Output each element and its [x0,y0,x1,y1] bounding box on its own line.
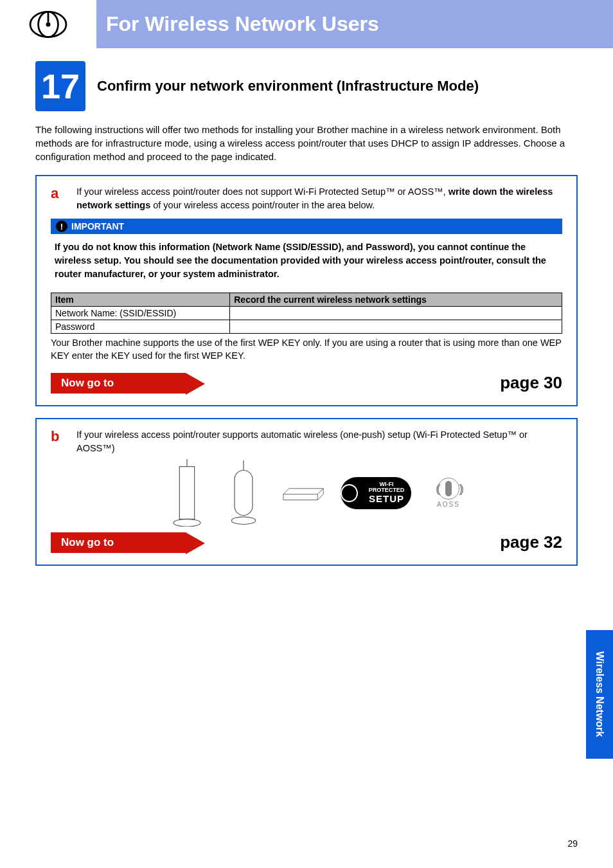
header-banner: For Wireless Network Users [0,0,613,48]
aoss-icon [438,478,459,500]
wps-badge: WI-FI PROTECTEDSETUP [341,477,411,509]
goto-row-a: Now go to page 30 [51,373,562,393]
method-a-letter: a [51,185,76,212]
method-a-box: a If your wireless access point/router d… [35,175,578,406]
intro-text: The following instructions will offer tw… [35,123,578,163]
step-number-badge: 17 [35,61,85,111]
wep-note: Your Brother machine supports the use of… [51,336,562,363]
th-record: Record the current wireless network sett… [230,293,562,307]
svg-point-9 [231,517,255,525]
row-password-label: Password [51,320,230,334]
side-tab-label: Wireless Network [594,651,605,737]
wps-bottom: SETUP [362,494,411,505]
method-a-text: If your wireless access point/router doe… [76,185,562,212]
goto-row-b: Now go to page 32 [51,532,562,553]
th-item: Item [51,293,230,307]
method-a-pre: If your wireless access point/router doe… [76,186,449,197]
router-images: WI-FI PROTECTEDSETUP AOSS [76,464,562,522]
step-header: 17 Confirm your network environment (Inf… [35,61,578,111]
goto-arrow-b: Now go to [51,532,186,553]
row-ssid-value[interactable] [230,307,562,320]
table-row: Password [51,320,562,334]
method-a-post: of your wireless access point/router in … [150,200,375,210]
svg-rect-7 [235,471,253,516]
method-b-text: If your wireless access point/router sup… [76,428,562,455]
page-number: 29 [567,838,578,849]
settings-table: Item Record the current wireless network… [51,293,562,334]
router-icon [221,464,266,522]
router-icon [164,464,209,522]
goto-arrow-a: Now go to [51,373,186,393]
goto-page-b: page 32 [500,532,562,552]
table-row: Network Name: (SSID/ESSID) [51,307,562,320]
svg-point-2 [46,22,51,26]
aoss-label: AOSS [437,501,460,508]
aoss-badge: AOSS [423,477,474,509]
wps-top: WI-FI PROTECTED [369,481,405,494]
wireless-logo-icon [0,8,96,41]
row-password-value[interactable] [230,320,562,334]
important-body: If you do not know this information (Net… [51,234,562,290]
important-label: IMPORTANT [71,221,124,231]
header-title-bar: For Wireless Network Users [96,0,613,48]
header-title: For Wireless Network Users [106,12,379,36]
modem-icon [278,477,329,509]
svg-point-6 [173,520,200,527]
side-tab: Wireless Network [586,630,613,759]
wps-arrows-icon [341,484,358,502]
exclamation-icon: ! [56,221,67,232]
method-b-letter: b [51,428,76,455]
important-bar: ! IMPORTANT [51,219,562,234]
svg-rect-4 [179,467,194,520]
row-ssid-label: Network Name: (SSID/ESSID) [51,307,230,320]
method-b-box: b If your wireless access point/router s… [35,418,578,566]
step-title: Confirm your network environment (Infras… [97,78,479,95]
goto-page-a: page 30 [500,373,562,393]
